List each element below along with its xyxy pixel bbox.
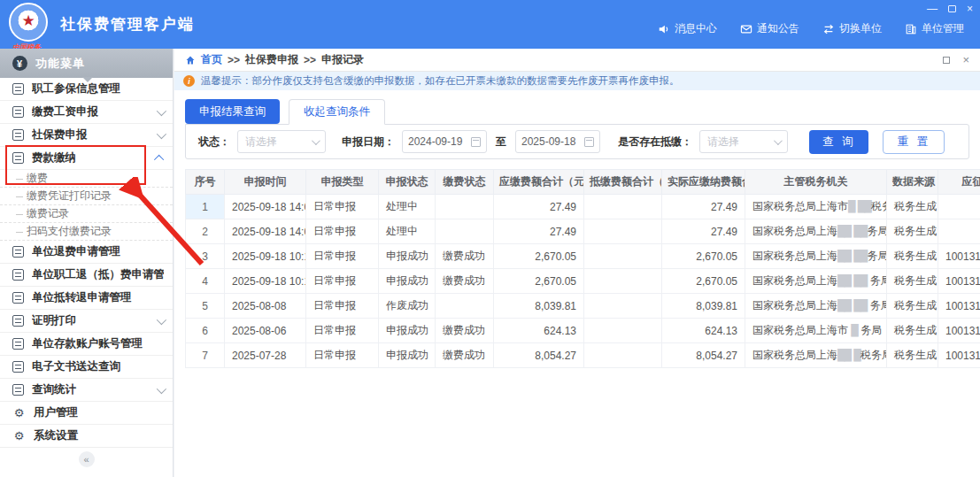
tab-collapse-query-conditions[interactable]: 收起查询条件 (289, 99, 385, 125)
table-cell (938, 219, 980, 244)
topbar-item-switch[interactable]: 切换单位 (822, 21, 882, 36)
sidebar: ¥ 功能菜单 职工参保信息管理缴费工资申报社保费申报费款缴纳缴费缴费凭证打印记录… (0, 49, 174, 477)
topbar-item-speaker[interactable]: 消息中心 (658, 21, 717, 36)
table-row[interactable]: 72025-07-28日常申报申报成功缴费成功8,054.278,054.27国… (186, 343, 980, 368)
sidebar-item-label: 证明打印 (32, 313, 149, 328)
sidebar-subitem[interactable]: 缴费凭证打印记录 (0, 188, 173, 205)
box-icon (12, 129, 24, 141)
sidebar-item[interactable]: ⚙用户管理 (0, 402, 173, 425)
chevron-down-icon (157, 105, 166, 115)
tab-declare-result-query[interactable]: 申报结果查询 (185, 99, 280, 124)
table-cell: 8,039.81 (662, 294, 745, 319)
sidebar-item[interactable]: 单位抵转退申请管理 (0, 287, 173, 310)
mail-icon (740, 23, 752, 35)
sidebar-item[interactable]: 社保费申报 (0, 124, 173, 147)
chevron-down-icon (157, 314, 166, 324)
table-cell (436, 195, 494, 219)
sidebar-item-label: 社保费申报 (32, 127, 149, 142)
sidebar-item[interactable]: 单位职工退（抵）费申请管理 (0, 264, 173, 287)
breadcrumb-item-declare[interactable]: 社保费申报 (245, 52, 298, 67)
date-to-input[interactable]: 2025-09-18 (515, 130, 600, 153)
table-cell: 申报成功 (379, 244, 436, 269)
table-cell: 27.49 (662, 219, 745, 244)
table-column-header: 应缴费额合计（元） (494, 170, 584, 195)
minimize-button[interactable]: — (927, 4, 938, 14)
box-icon (12, 338, 24, 350)
table-cell (584, 244, 662, 269)
table-column-header: 申报时间 (225, 170, 306, 195)
breadcrumb-item-records: 申报记录 (321, 52, 364, 67)
sidebar-item[interactable]: 单位退费申请管理 (0, 241, 173, 264)
gear-icon: ⚙ (12, 430, 26, 442)
table-column-header: 应征凭 (938, 170, 980, 195)
sidebar-item[interactable]: 查询统计 (0, 379, 173, 402)
table-cell: 100131 (938, 294, 980, 319)
table-cell: 申报成功 (379, 319, 436, 343)
sidebar-item-label: 用户管理 (34, 405, 164, 420)
table-cell (436, 294, 494, 319)
table-column-header: 主管税务机关 (745, 170, 887, 195)
sidebar-subitem[interactable]: 扫码支付缴费记录 (0, 223, 173, 241)
table-column-header: 实际应缴纳费额合计（... (662, 170, 745, 195)
topbar-item-org[interactable]: 单位管理 (905, 21, 964, 36)
deduction-select[interactable]: 请选择 (699, 130, 788, 153)
status-select[interactable]: 请选择 (237, 130, 326, 153)
table-cell: 100131 (938, 343, 980, 368)
date-from-value: 2024-09-19 (408, 135, 467, 148)
table-cell: 国家税务总局上海市 █ 务局 (745, 319, 887, 343)
table-row[interactable]: 22025-09-18 14:02:38日常申报处理中27.4927.49国家税… (186, 219, 980, 244)
table-cell: 8,054.27 (662, 343, 745, 368)
table-column-header: 申报状态 (379, 170, 436, 195)
table-cell: 税务生成 (887, 343, 938, 368)
topbar-item-label: 单位管理 (922, 21, 964, 36)
table-cell: 2 (186, 219, 225, 244)
box-icon (12, 292, 24, 304)
table-cell: 624.13 (494, 319, 584, 343)
collapse-sidebar-button[interactable]: « (79, 451, 95, 467)
table-column-header: 数据来源 (887, 170, 938, 195)
table-cell: 624.13 (662, 319, 745, 343)
declare-date-label: 申报日期： (342, 135, 395, 150)
sidebar-item[interactable]: 证明打印 (0, 310, 173, 333)
sidebar-submenu: 缴费缴费凭证打印记录缴费记录扫码支付缴费记录 (0, 170, 173, 241)
table-row[interactable]: 42025-09-18 10:13:35日常申报申报成功缴费成功2,670.05… (186, 269, 980, 294)
sidebar-collapse-row: « (0, 447, 173, 470)
box-icon (12, 152, 24, 164)
table-cell: 国家税务总局上海██ ██ 务局 (745, 294, 887, 319)
table-cell: 日常申报 (306, 195, 379, 219)
sidebar-item[interactable]: 单位存款账户账号管理 (0, 333, 173, 356)
sidebar-subitem[interactable]: 缴费 (0, 170, 173, 188)
panel-maximize-icon[interactable] (943, 57, 950, 64)
calendar-icon (584, 137, 594, 147)
table-header-row: 序号申报时间申报类型申报状态缴费状态应缴费额合计（元）抵缴费额合计（元）实际应缴… (186, 170, 980, 195)
maximize-button[interactable] (948, 5, 956, 12)
sidebar-item[interactable]: 电子文书送达查询 (0, 356, 173, 379)
breadcrumb-item-home[interactable]: 首页 (201, 52, 222, 67)
topbar-item-mail[interactable]: 通知公告 (740, 21, 799, 36)
close-button[interactable]: × (967, 4, 973, 14)
chevron-up-icon (154, 154, 164, 164)
sidebar-item[interactable]: 费款缴纳 (0, 147, 173, 170)
sidebar-subitem[interactable]: 缴费记录 (0, 205, 173, 223)
sidebar-item[interactable]: 缴费工资申报 (0, 101, 173, 124)
table-cell (584, 219, 662, 244)
table-row[interactable]: 52025-08-08日常申报作废成功8,039.818,039.81国家税务总… (186, 294, 980, 319)
sidebar-item[interactable]: ⚙系统设置 (0, 425, 173, 445)
table-row[interactable]: 32025-09-18 10:14:02日常申报申报成功缴费成功2,670.05… (186, 244, 980, 269)
table-cell: 作废成功 (379, 294, 436, 319)
search-button[interactable]: 查 询 (809, 130, 868, 154)
table-row[interactable]: 12025-09-18 14:09:25日常申报处理中27.4927.49国家税… (186, 195, 980, 219)
calendar-icon (471, 137, 481, 147)
panel-close-icon[interactable]: × (962, 56, 969, 65)
status-label: 状态： (198, 135, 230, 150)
notice-text: 温馨提示：部分作废仅支持包含缓缴的申报数据，如存在已开票未缴款的数据需要先作废开… (201, 74, 680, 88)
deduction-select-value: 请选择 (707, 135, 774, 150)
table-cell: 2025-09-18 10:14:02 (225, 244, 306, 269)
sidebar-item[interactable]: 职工参保信息管理 (0, 78, 173, 101)
topbar-item-label: 消息中心 (675, 21, 717, 36)
table-row[interactable]: 62025-08-06日常申报申报成功缴费成功624.13624.13国家税务总… (186, 319, 980, 343)
box-icon (12, 361, 24, 373)
table-cell: 税务生成 (887, 244, 938, 269)
date-from-input[interactable]: 2024-09-19 (402, 130, 487, 153)
reset-button[interactable]: 重 置 (883, 130, 944, 154)
